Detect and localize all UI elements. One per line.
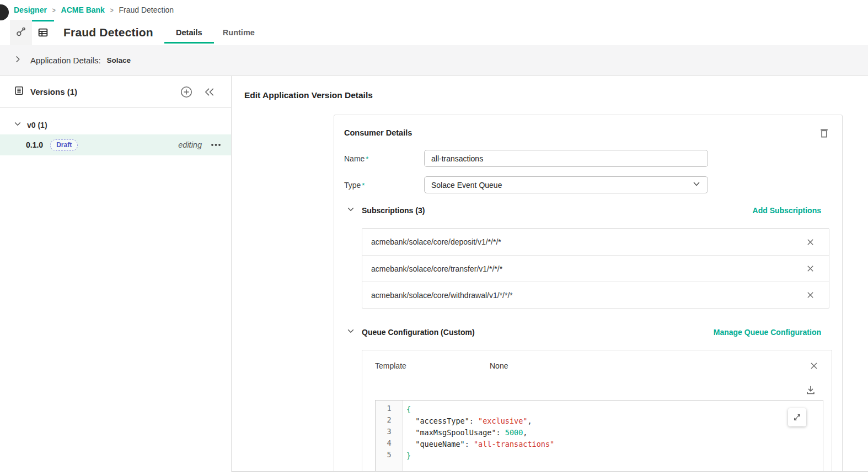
- list-view-tab[interactable]: [32, 20, 54, 45]
- remove-subscription-button[interactable]: [806, 264, 815, 273]
- type-select-value: Solace Event Queue: [431, 181, 502, 190]
- chevron-down-icon: [14, 120, 22, 130]
- type-label: Type*: [344, 181, 424, 190]
- top-header: Designer > ACME Bank > Fraud Detection F…: [0, 0, 868, 45]
- version-group-label: v0 (1): [27, 121, 47, 129]
- add-subscriptions-link[interactable]: Add Subscriptions: [753, 206, 821, 215]
- subscriptions-title: Subscriptions (3): [362, 206, 425, 215]
- version-row-0-1-0[interactable]: 0.1.0 Draft editing: [0, 134, 231, 155]
- type-select[interactable]: Solace Event Queue: [424, 176, 708, 193]
- manage-queue-configuration-link[interactable]: Manage Queue Configuration: [714, 328, 821, 337]
- subscription-topic: acmebank/solace/core/deposit/v1/*/*/*: [371, 237, 501, 246]
- line-number: 5: [376, 450, 403, 462]
- download-icon[interactable]: [805, 385, 816, 396]
- line-number: 1: [376, 404, 403, 415]
- subscription-row: acmebank/solace/core/transfer/v1/*/*/*: [362, 255, 829, 282]
- remove-subscription-button[interactable]: [806, 238, 815, 246]
- graph-icon: [15, 25, 27, 40]
- tab-runtime[interactable]: Runtime: [214, 20, 264, 45]
- detail-tabs: Details Runtime: [164, 20, 264, 45]
- application-details-bar[interactable]: Application Details: Solace: [0, 45, 868, 76]
- version-group-v0[interactable]: v0 (1): [0, 116, 231, 134]
- more-options-icon[interactable]: [211, 143, 221, 147]
- subscription-row: acmebank/solace/core/withdrawal/v1/*/*/*: [362, 282, 829, 308]
- line-number: 3: [376, 427, 403, 439]
- versions-sidebar: Versions (1) v0 (1) 0.1.0 Draft editing: [0, 76, 232, 472]
- breadcrumb: Designer > ACME Bank > Fraud Detection: [0, 0, 868, 20]
- queue-config-title: Queue Configuration (Custom): [362, 328, 475, 337]
- tab-details[interactable]: Details: [164, 20, 214, 45]
- remove-queue-config-button[interactable]: [810, 361, 818, 370]
- code-content[interactable]: { "accessType": "exclusive", "maxMsgSpoo…: [403, 401, 554, 472]
- required-marker: *: [366, 155, 368, 163]
- code-line: }: [406, 450, 554, 462]
- code-line: "queueName": "all-transactions": [406, 439, 554, 450]
- editing-status: editing: [178, 140, 202, 149]
- chevron-down-icon[interactable]: [347, 205, 355, 215]
- code-line: {: [406, 404, 554, 415]
- versions-list-icon: [14, 85, 24, 98]
- name-input[interactable]: [424, 150, 708, 167]
- subscription-topic: acmebank/solace/core/withdrawal/v1/*/*/*: [371, 291, 513, 300]
- main-panel: Edit Application Version Details Consume…: [232, 76, 868, 472]
- chevron-down-icon: [692, 180, 701, 190]
- graph-view-tab[interactable]: [10, 20, 32, 45]
- breadcrumb-separator-icon: >: [52, 6, 56, 14]
- status-badge: Draft: [50, 139, 78, 151]
- code-line-numbers: 12345: [376, 401, 403, 472]
- version-number: 0.1.0: [26, 140, 43, 149]
- breadcrumb-link-acme-bank[interactable]: ACME Bank: [61, 6, 105, 14]
- line-number: 4: [376, 439, 403, 450]
- line-number: 2: [376, 415, 403, 427]
- subscription-topic: acmebank/solace/core/transfer/v1/*/*/*: [371, 264, 502, 273]
- breadcrumb-link-designer[interactable]: Designer: [14, 6, 47, 14]
- template-label: Template: [375, 361, 490, 370]
- breadcrumb-separator-icon: >: [110, 6, 114, 14]
- name-label: Name*: [344, 154, 424, 163]
- queue-config-code-editor[interactable]: 12345 { "accessType": "exclusive", "maxM…: [375, 400, 823, 472]
- chevron-down-icon[interactable]: [347, 327, 355, 337]
- required-marker: *: [362, 181, 365, 190]
- breadcrumb-current: Fraud Detection: [119, 6, 174, 14]
- consumer-card: Consumer Details Name* Type* Solace Even…: [334, 115, 843, 472]
- page-title: Fraud Detection: [63, 26, 153, 39]
- tab-row: Fraud Detection Details Runtime: [0, 20, 868, 45]
- versions-header: Versions (1): [0, 76, 231, 108]
- subscriptions-list: acmebank/solace/core/deposit/v1/*/*/*acm…: [362, 228, 829, 309]
- edit-version-title: Edit Application Version Details: [244, 76, 868, 100]
- remove-subscription-button[interactable]: [806, 291, 815, 299]
- table-icon: [37, 26, 49, 41]
- subscription-row: acmebank/solace/core/deposit/v1/*/*/*: [362, 229, 829, 255]
- application-details-label: Application Details:: [30, 56, 101, 65]
- delete-consumer-button[interactable]: [819, 127, 829, 138]
- template-value: None: [490, 361, 508, 370]
- collapse-sidebar-button[interactable]: [203, 87, 215, 97]
- add-version-button[interactable]: [180, 85, 193, 99]
- code-line: "accessType": "exclusive",: [406, 415, 554, 427]
- versions-title: Versions (1): [30, 87, 77, 96]
- application-details-value: Solace: [107, 56, 131, 64]
- queue-config-box: Template None 12345 { "accessType": ": [362, 350, 832, 472]
- chevron-right-icon: [14, 55, 22, 66]
- expand-editor-button[interactable]: [788, 408, 806, 426]
- code-line: "maxMsgSpoolUsage": 5000,: [406, 427, 554, 439]
- consumer-details-title: Consumer Details: [344, 128, 412, 137]
